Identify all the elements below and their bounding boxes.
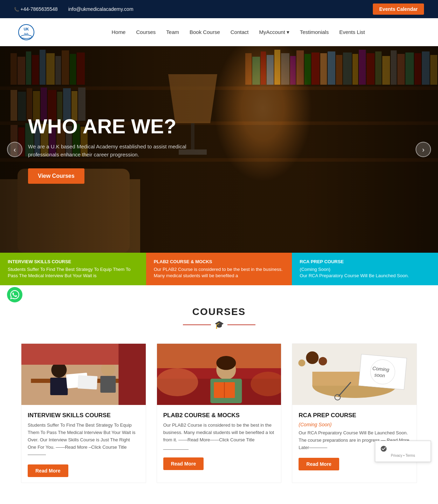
nav-item-courses[interactable]: Courses [136, 29, 156, 35]
courses-section-title: COURSES [21, 306, 417, 317]
top-bar-contact: +44-7865635548 info@ukmedicalacademy.com [14, 6, 134, 12]
course-card-title-plab2: PLAB2 COURSE & MOCKS [163, 412, 275, 419]
course-img-plab2 [157, 344, 281, 405]
svg-point-83 [216, 356, 236, 370]
plab2-svg [157, 344, 281, 405]
divider-line-right [227, 324, 255, 325]
whatsapp-icon [10, 290, 19, 299]
terms-link[interactable]: Terms [405, 454, 415, 457]
nav-link-book-course[interactable]: Book Course [190, 29, 220, 35]
email-address: info@ukmedicalacademy.com [68, 6, 134, 12]
read-more-button-rca[interactable]: Read More [299, 458, 339, 470]
divider-line-left [183, 324, 211, 325]
view-courses-button[interactable]: View Courses [28, 168, 84, 184]
banner-rca-subtitle: (Coming Soon) [300, 266, 430, 273]
banner-plab2[interactable]: PLAB2 COURSE & MOCKS Our PLAB2 Course is… [146, 253, 292, 285]
hero-title: WHO ARE WE? [28, 115, 217, 138]
svg-point-98 [299, 359, 306, 366]
banner-rca[interactable]: RCA PREP COURSE (Coming Soon) Our RCA Pr… [292, 253, 438, 285]
read-more-button-interview[interactable]: Read More [28, 464, 68, 477]
course-card-interview: INTERVIEW SKILLS COURSE Students Suffer … [21, 343, 146, 483]
nav-item-book-course[interactable]: Book Course [190, 29, 220, 35]
banner-rca-text: Our RCA Preparatory Course Will Be Launc… [300, 273, 430, 279]
banner-interview[interactable]: INTERVIEW SKILLS COURSE Students Suffer … [0, 253, 146, 285]
phone-number: +44-7865635548 [14, 6, 58, 12]
course-banners: INTERVIEW SKILLS COURSE Students Suffer … [0, 253, 438, 285]
nav-item-contact[interactable]: Contact [231, 29, 249, 35]
nav-item-myaccount[interactable]: MyAccount ▾ [259, 29, 289, 35]
hero-subtitle: We are a U.K based Medical Academy estab… [28, 143, 217, 159]
section-divider: 🎓 [21, 320, 417, 329]
nav-link-team[interactable]: Team [166, 29, 179, 35]
svg-text:UK: UK [23, 27, 29, 31]
svg-rect-76 [77, 375, 97, 390]
banner-interview-text: Students Suffer To Find The Best Strateg… [8, 266, 138, 279]
svg-point-96 [306, 351, 319, 364]
course-card-rca: Coming soon RCA PREP COURSE (Coming Soon… [292, 343, 417, 483]
course-card-body-plab2: PLAB2 COURSE & MOCKS Our PLAB2 Course is… [157, 405, 281, 475]
hero-content: WHO ARE WE? We are a U.K based Medical A… [0, 115, 245, 184]
nav-item-home[interactable]: Home [111, 29, 125, 35]
course-img-interview [21, 344, 146, 405]
privacy-link[interactable]: Privacy [391, 454, 403, 457]
hero-next-arrow[interactable]: › [416, 142, 431, 157]
interview-svg [21, 344, 146, 405]
svg-point-87 [157, 368, 198, 396]
hero-section: WHO ARE WE? We are a U.K based Medical A… [0, 46, 438, 253]
dropdown-chevron-icon: ▾ [287, 29, 289, 35]
svg-text:soon: soon [374, 372, 385, 379]
read-more-button-plab2[interactable]: Read More [163, 457, 204, 470]
svg-point-3 [21, 35, 32, 38]
nav-link-contact[interactable]: Contact [231, 29, 249, 35]
course-card-desc-interview: Students Suffer To Find The Best Strateg… [28, 422, 139, 458]
top-bar: +44-7865635548 info@ukmedicalacademy.com… [0, 0, 438, 18]
courses-section: COURSES 🎓 [0, 285, 438, 497]
logo-image: UK MA [15, 23, 38, 41]
nav-link-courses[interactable]: Courses [136, 29, 156, 35]
svg-rect-74 [100, 376, 116, 393]
navbar: UK MA Home Courses Team Book Course Cont… [0, 18, 438, 46]
privacy-notice: Privacy • Terms [375, 441, 431, 462]
nav-link-testimonials[interactable]: Testimonials [300, 29, 329, 35]
banner-plab2-text: Our PLAB2 Course is considered to be the… [154, 266, 285, 279]
rca-svg: Coming soon [292, 344, 417, 405]
course-card-plab2: PLAB2 COURSE & MOCKS Our PLAB2 Course is… [157, 343, 282, 483]
svg-rect-78 [118, 344, 145, 405]
course-card-title-rca: RCA PREP COURSE [299, 412, 410, 419]
course-card-desc-plab2: Our PLAB2 Course is considered to be the… [163, 422, 275, 451]
nav-item-events-list[interactable]: Events List [339, 29, 365, 35]
hero-prev-arrow[interactable]: ‹ [7, 142, 22, 157]
svg-rect-72 [50, 378, 68, 395]
nav-item-team[interactable]: Team [166, 29, 179, 35]
banner-interview-title: INTERVIEW SKILLS COURSE [8, 259, 138, 264]
whatsapp-float-button[interactable] [7, 287, 22, 302]
banner-plab2-title: PLAB2 COURSE & MOCKS [154, 259, 285, 264]
banner-rca-title: RCA PREP COURSE [300, 259, 430, 264]
nav-item-testimonials[interactable]: Testimonials [300, 29, 329, 35]
course-card-body-interview: INTERVIEW SKILLS COURSE Students Suffer … [21, 405, 146, 483]
nav-link-events-list[interactable]: Events List [339, 29, 365, 35]
graduation-icon: 🎓 [214, 320, 224, 329]
nav-link-home[interactable]: Home [111, 29, 125, 35]
svg-point-97 [319, 357, 327, 365]
logo[interactable]: UK MA [14, 22, 39, 42]
course-card-title-interview: INTERVIEW SKILLS COURSE [28, 412, 139, 419]
courses-grid: INTERVIEW SKILLS COURSE Students Suffer … [21, 343, 417, 483]
events-calendar-button[interactable]: Events Calendar [373, 4, 424, 15]
nav-links: Home Courses Team Book Course Contact My… [53, 29, 424, 35]
recaptcha-icon [380, 445, 387, 452]
nav-link-myaccount[interactable]: MyAccount ▾ [259, 29, 289, 35]
course-img-rca: Coming soon [292, 344, 417, 405]
course-card-subtitle-rca: (Coming Soon) [299, 422, 410, 427]
